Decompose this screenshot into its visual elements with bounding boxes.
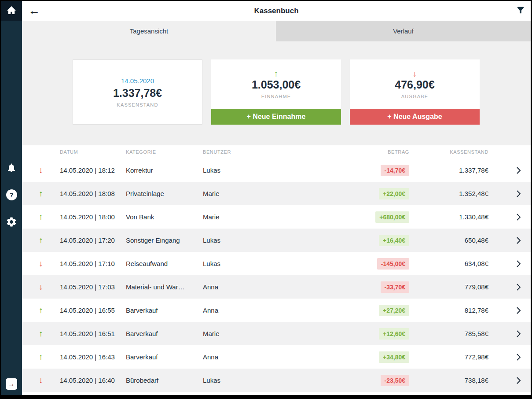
income-card: ↑ 1.053,00€ EINNAHME + Neue Einnahme <box>211 59 341 125</box>
arrow-up-icon: ↑ <box>22 189 60 199</box>
arrow-up-icon: ↑ <box>274 70 279 78</box>
amount-badge: -33,70€ <box>381 281 409 293</box>
income-amount: 1.053,00€ <box>252 78 301 91</box>
chevron-right-icon[interactable] <box>506 166 531 174</box>
header-benutzer: BENUTZER <box>203 149 356 155</box>
row-datetime: 14.05.2020 | 16:43 <box>60 353 126 361</box>
expense-label: AUSGABE <box>401 94 429 99</box>
chevron-right-icon[interactable] <box>506 377 531 384</box>
row-user: Anna <box>203 283 356 291</box>
balance-label: KASSENSTAND <box>117 102 158 107</box>
row-category: Material- und War… <box>126 283 203 291</box>
row-user: Lukas <box>203 260 356 267</box>
row-category: Barverkauf <box>126 307 203 314</box>
filter-button[interactable] <box>516 5 525 17</box>
tab-verlauf[interactable]: Verlauf <box>276 21 531 41</box>
table-row[interactable]: ↑ 14.05.2020 | 16:43 Barverkauf Anna +34… <box>22 345 531 369</box>
app-window: ? → ← Kassenbuch Tagesansicht Verlauf <box>1 1 531 395</box>
arrow-up-icon: ↑ <box>22 329 60 339</box>
row-balance: 779,08€ <box>422 283 506 291</box>
row-datetime: 14.05.2020 | 18:00 <box>60 213 126 221</box>
arrow-up-icon: ↑ <box>22 236 60 245</box>
tab-tagesansicht[interactable]: Tagesansicht <box>22 21 276 41</box>
expense-card: ↓ 476,90€ AUSGABE + Neue Ausgabe <box>350 59 480 125</box>
row-balance: 772,98€ <box>422 353 506 361</box>
table-row[interactable]: ↑ 14.05.2020 | 16:51 Barverkauf Marie +1… <box>22 322 531 345</box>
home-button[interactable] <box>1 1 22 21</box>
row-user: Anna <box>203 353 356 361</box>
table-row[interactable]: ↑ 14.05.2020 | 18:00 Von Bank Marie +680… <box>22 205 531 229</box>
row-datetime: 14.05.2020 | 16:40 <box>60 377 126 384</box>
table-row[interactable]: ↓ 14.05.2020 | 18:12 Korrektur Lukas -14… <box>22 159 531 182</box>
table-row[interactable]: ↑ 14.05.2020 | 18:08 Privateinlage Marie… <box>22 182 531 205</box>
chevron-right-icon[interactable] <box>506 236 531 244</box>
chevron-right-icon[interactable] <box>506 307 531 314</box>
arrow-down-icon: ↓ <box>22 376 60 385</box>
settings-button[interactable] <box>1 216 22 229</box>
header-betrag: BETRAG <box>356 149 422 155</box>
gear-icon <box>6 216 17 229</box>
row-user: Marie <box>203 330 356 337</box>
row-datetime: 14.05.2020 | 16:55 <box>60 307 126 314</box>
amount-badge: +12,60€ <box>379 328 409 340</box>
amount-badge: +27,20€ <box>379 305 409 316</box>
row-balance: 650,48€ <box>422 236 506 244</box>
new-income-button[interactable]: + Neue Einnahme <box>211 109 341 125</box>
bell-icon <box>6 162 17 175</box>
row-datetime: 14.05.2020 | 16:51 <box>60 330 126 337</box>
transactions-table: DATUM KATEGORIE BENUTZER BETRAG KASSENST… <box>22 145 531 395</box>
chevron-right-icon[interactable] <box>506 353 531 361</box>
row-user: Lukas <box>203 236 356 244</box>
logout-button[interactable]: → <box>1 378 22 390</box>
chevron-right-icon[interactable] <box>506 283 531 291</box>
expense-amount: 476,90€ <box>395 78 434 91</box>
notifications-button[interactable] <box>1 162 22 175</box>
chevron-right-icon[interactable] <box>506 330 531 338</box>
tab-bar: Tagesansicht Verlauf <box>22 21 531 41</box>
arrow-down-icon: ↓ <box>413 70 417 78</box>
table-body: ↓ 14.05.2020 | 18:12 Korrektur Lukas -14… <box>22 159 531 392</box>
row-balance: 785,58€ <box>422 330 506 337</box>
header-kassenstand: KASSENSTAND <box>422 149 506 155</box>
amount-badge: +34,80€ <box>379 351 409 363</box>
row-user: Lukas <box>203 166 356 174</box>
row-datetime: 14.05.2020 | 17:03 <box>60 283 126 291</box>
row-category: Korrektur <box>126 166 203 174</box>
chevron-right-icon[interactable] <box>506 190 531 198</box>
row-balance: 1.337,78€ <box>422 166 506 174</box>
header-datum: DATUM <box>60 149 126 155</box>
chevron-right-icon[interactable] <box>506 260 531 268</box>
balance-date: 14.05.2020 <box>121 77 154 85</box>
table-row[interactable]: ↑ 14.05.2020 | 17:20 Sonstiger Eingang L… <box>22 229 531 252</box>
table-row[interactable]: ↓ 14.05.2020 | 17:03 Material- und War… … <box>22 275 531 299</box>
content: 14.05.2020 1.337,78€ KASSENSTAND ↑ 1.053… <box>22 41 531 395</box>
new-expense-button[interactable]: + Neue Ausgabe <box>350 109 480 125</box>
row-category: Reiseaufwand <box>126 260 203 267</box>
arrow-up-icon: ↑ <box>22 306 60 315</box>
arrow-down-icon: ↓ <box>22 259 60 269</box>
arrow-down-icon: ↓ <box>22 282 60 292</box>
amount-badge: +680,00€ <box>375 211 409 223</box>
amount-badge: -145,00€ <box>377 258 409 270</box>
arrow-up-icon: ↑ <box>22 352 60 362</box>
table-row[interactable]: ↑ 14.05.2020 | 16:55 Barverkauf Anna +27… <box>22 299 531 322</box>
home-icon <box>7 6 16 16</box>
row-category: Barverkauf <box>126 353 203 361</box>
sidebar: ? → <box>1 1 22 395</box>
chevron-right-icon[interactable] <box>506 213 531 221</box>
row-datetime: 14.05.2020 | 18:08 <box>60 190 126 197</box>
filter-funnel-icon <box>516 9 525 16</box>
income-label: EINNAHME <box>261 94 291 99</box>
row-datetime: 14.05.2020 | 17:10 <box>60 260 126 267</box>
row-category: Bürobedarf <box>126 377 203 384</box>
amount-badge: -23,50€ <box>381 375 409 386</box>
arrow-down-icon: ↓ <box>22 166 60 175</box>
table-row[interactable]: ↓ 14.05.2020 | 16:40 Bürobedarf Lukas -2… <box>22 369 531 392</box>
help-button[interactable]: ? <box>1 189 22 200</box>
row-category: Von Bank <box>126 213 203 221</box>
arrow-up-icon: ↑ <box>22 212 60 222</box>
row-balance: 1.330,48€ <box>422 213 506 221</box>
row-user: Anna <box>203 307 356 314</box>
balance-amount: 1.337,78€ <box>113 87 162 100</box>
table-row[interactable]: ↓ 14.05.2020 | 17:10 Reiseaufwand Lukas … <box>22 252 531 275</box>
